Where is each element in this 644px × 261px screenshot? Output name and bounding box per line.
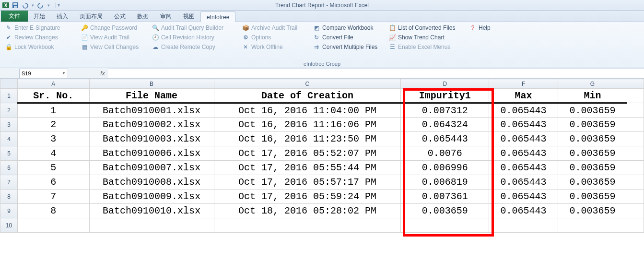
row-header[interactable]: 6 xyxy=(0,161,18,175)
cell[interactable]: 8 xyxy=(17,204,89,218)
cell[interactable]: 0.003659 xyxy=(401,204,489,218)
cmd-show-trend-chart[interactable]: 📈Show Trend Chart xyxy=(388,34,460,41)
tab-formulas[interactable]: 公式 xyxy=(108,11,131,22)
cell[interactable]: 0.007312 xyxy=(401,103,489,118)
row-header[interactable]: 2 xyxy=(0,103,18,118)
cmd-audit-trail-query-builder[interactable]: 🔍Audit Trail Query Builder xyxy=(152,24,233,32)
cell[interactable]: Batch0910007.xlsx xyxy=(89,161,214,175)
row-header[interactable]: 7 xyxy=(0,175,18,190)
cmd-convert-file[interactable]: ↻Convert File xyxy=(313,34,380,41)
cell[interactable]: Batch0910001.xlsx xyxy=(89,103,214,118)
cell[interactable]: Oct 17, 2016 05:55:44 PM xyxy=(214,161,401,175)
row-header[interactable]: 4 xyxy=(0,132,18,146)
row-header[interactable]: 9 xyxy=(0,204,18,218)
cell[interactable]: 3 xyxy=(17,132,89,146)
cell[interactable]: 0.065443 xyxy=(401,132,489,146)
cmd-convert-multiple-files[interactable]: ⇉Convert Multiple Files xyxy=(313,43,380,51)
row-header[interactable]: 1 xyxy=(0,89,18,103)
col-header-next[interactable] xyxy=(627,79,644,89)
undo-icon[interactable] xyxy=(21,1,29,9)
col-header-B[interactable]: B xyxy=(89,79,214,89)
cell[interactable] xyxy=(627,218,644,233)
cell[interactable]: 2 xyxy=(17,118,89,132)
name-box-dropdown-icon[interactable]: ▼ xyxy=(62,71,66,75)
col-header-C[interactable]: C xyxy=(214,79,401,89)
cell[interactable]: Sr. No. xyxy=(17,89,89,103)
cell[interactable]: Batch0910002.xlsx xyxy=(89,118,214,132)
cell[interactable]: Oct 17, 2016 05:52:07 PM xyxy=(214,146,401,161)
cmd-view-cell-changes[interactable]: ▦View Cell Changes xyxy=(81,43,143,51)
cell[interactable] xyxy=(627,146,644,161)
cmd-compare-workbook[interactable]: ◩Compare Workbook xyxy=(313,24,380,32)
redo-icon[interactable] xyxy=(37,1,45,9)
cmd-work-offline[interactable]: ✕Work Offline xyxy=(242,43,304,51)
cell[interactable]: 4 xyxy=(17,146,89,161)
tab-insert[interactable]: 插入 xyxy=(51,11,74,22)
cell[interactable] xyxy=(489,218,558,233)
name-box[interactable]: S19 ▼ xyxy=(19,69,68,78)
cell[interactable]: 7 xyxy=(17,190,89,204)
col-header-G[interactable]: G xyxy=(558,79,627,89)
cmd-options[interactable]: ⚙Options xyxy=(242,34,304,41)
cell[interactable]: Batch0910003.xlsx xyxy=(89,132,214,146)
tab-file[interactable]: 文件 xyxy=(1,10,28,22)
cell[interactable] xyxy=(214,218,401,233)
cell[interactable]: Oct 17, 2016 05:59:24 PM xyxy=(214,190,401,204)
cell[interactable]: Batch0910006.xlsx xyxy=(89,146,214,161)
cell[interactable]: Oct 17, 2016 05:57:17 PM xyxy=(214,175,401,190)
cell[interactable]: 0.003659 xyxy=(558,103,627,118)
cell[interactable]: Batch0910008.xlsx xyxy=(89,175,214,190)
cmd-review-changes[interactable]: ✔Review Changes xyxy=(5,34,72,41)
select-all-corner[interactable] xyxy=(0,79,18,89)
cell[interactable]: 0.064324 xyxy=(401,118,489,132)
cell[interactable]: 0.065443 xyxy=(489,204,558,218)
cell[interactable]: 0.065443 xyxy=(489,190,558,204)
cell[interactable]: 0.065443 xyxy=(489,132,558,146)
tab-home[interactable]: 开始 xyxy=(28,11,51,22)
cell[interactable]: Oct 16, 2016 11:04:00 PM xyxy=(214,103,401,118)
cell[interactable] xyxy=(89,218,214,233)
cmd-cell-revision-history[interactable]: 🕘Cell Revision History xyxy=(152,34,233,41)
cmd-archive-audit-trail[interactable]: 📦Archive Audit Trail xyxy=(242,24,304,32)
cell[interactable] xyxy=(627,175,644,190)
cell[interactable]: 0.003659 xyxy=(558,175,627,190)
cell[interactable]: 0.065443 xyxy=(489,103,558,118)
tab-review[interactable]: 审阅 xyxy=(154,11,177,22)
save-icon[interactable] xyxy=(12,1,19,9)
cell[interactable]: 1 xyxy=(17,103,89,118)
row-header[interactable]: 10 xyxy=(0,218,18,233)
cell[interactable]: Oct 16, 2016 11:16:06 PM xyxy=(214,118,401,132)
cell[interactable]: Oct 18, 2016 05:28:02 PM xyxy=(214,204,401,218)
cell[interactable] xyxy=(627,132,644,146)
cmd-lock-workbook[interactable]: 🔒Lock Workbook xyxy=(5,43,72,51)
cell[interactable] xyxy=(17,218,89,233)
cmd-change-password[interactable]: 🔑Change Password xyxy=(81,24,143,32)
cell[interactable]: 0.003659 xyxy=(558,204,627,218)
cell[interactable]: File Name xyxy=(89,89,214,103)
cmd-enter-e-signature[interactable]: ✎Enter E-Signature xyxy=(5,24,72,32)
cell[interactable]: Oct 16, 2016 11:23:50 PM xyxy=(214,132,401,146)
tab-data[interactable]: 数据 xyxy=(131,11,154,22)
cell[interactable]: Impurity1 xyxy=(401,89,489,103)
cell[interactable] xyxy=(627,103,644,118)
tab-einfotree[interactable]: eInfotree xyxy=(200,12,235,22)
cell[interactable] xyxy=(627,190,644,204)
cmd-view-audit-trail[interactable]: 📄View Audit Trail xyxy=(81,34,143,41)
formula-input[interactable] xyxy=(108,69,644,78)
tab-view[interactable]: 视图 xyxy=(177,11,200,22)
row-header[interactable]: 8 xyxy=(0,190,18,204)
col-header-F[interactable]: F xyxy=(489,79,558,89)
cell[interactable]: 0.006819 xyxy=(401,175,489,190)
cell[interactable]: Min xyxy=(558,89,627,103)
cmd-enable-excel-menus[interactable]: ☰Enable Excel Menus xyxy=(388,43,460,51)
col-header-D[interactable]: D xyxy=(401,79,489,89)
cell[interactable]: 0.065443 xyxy=(489,146,558,161)
cell[interactable]: 0.065443 xyxy=(489,175,558,190)
cell[interactable]: 0.065443 xyxy=(489,161,558,175)
cell[interactable]: 0.003659 xyxy=(558,132,627,146)
cmd-create-remote-copy[interactable]: ☁Create Remote Copy xyxy=(152,43,233,51)
cell[interactable]: Batch0910009.xlsx xyxy=(89,190,214,204)
row-header[interactable]: 5 xyxy=(0,146,18,161)
cell[interactable]: 0.007361 xyxy=(401,190,489,204)
cell[interactable] xyxy=(558,218,627,233)
